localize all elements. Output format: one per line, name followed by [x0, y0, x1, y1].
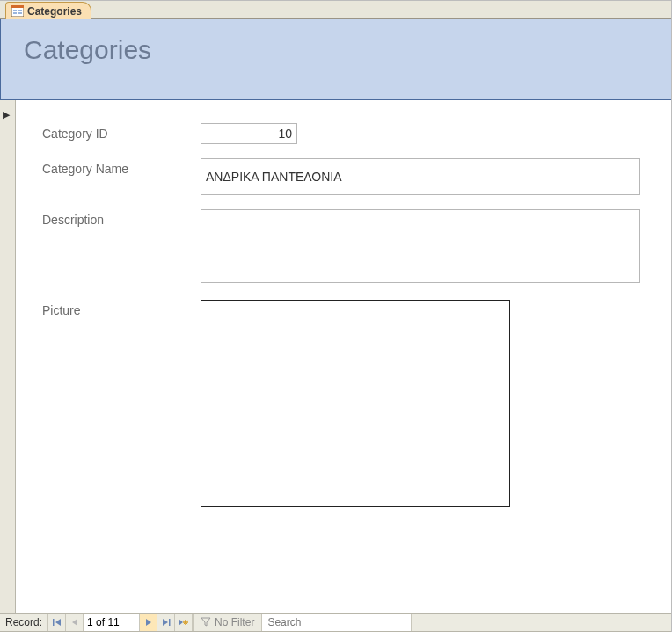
- record-area: ▶ Category ID Category Name Description …: [0, 100, 671, 613]
- page-title: Categories: [24, 35, 671, 65]
- new-record-button[interactable]: [175, 614, 193, 631]
- record-navigation-bar: Record: No Filter: [0, 613, 671, 632]
- svg-rect-2: [13, 10, 17, 11]
- filter-icon: [201, 616, 211, 629]
- form-icon: [11, 5, 24, 17]
- form-header: Categories: [0, 19, 671, 100]
- last-record-button[interactable]: [157, 614, 175, 631]
- next-record-button[interactable]: [140, 614, 157, 631]
- svg-rect-3: [18, 10, 22, 11]
- svg-rect-4: [13, 12, 17, 14]
- svg-marker-8: [72, 619, 77, 626]
- svg-marker-17: [201, 618, 210, 626]
- record-label: Record:: [0, 614, 48, 631]
- label-picture: Picture: [42, 300, 201, 317]
- tab-bar: Categories: [0, 0, 671, 19]
- previous-record-button[interactable]: [66, 614, 84, 631]
- current-record-pointer-icon: ▶: [3, 109, 10, 120]
- category-name-field[interactable]: [201, 158, 640, 195]
- svg-rect-11: [169, 619, 171, 626]
- filter-label: No Filter: [215, 616, 254, 628]
- category-id-field[interactable]: [201, 123, 297, 144]
- label-description: Description: [42, 209, 201, 227]
- tab-label: Categories: [27, 5, 82, 18]
- svg-rect-5: [18, 12, 22, 14]
- svg-marker-12: [179, 619, 183, 626]
- svg-marker-7: [55, 619, 61, 626]
- svg-marker-9: [146, 619, 151, 626]
- filter-indicator[interactable]: No Filter: [193, 614, 262, 631]
- first-record-button[interactable]: [48, 614, 66, 631]
- svg-rect-1: [11, 5, 24, 8]
- label-category-id: Category ID: [42, 123, 201, 141]
- record-selector[interactable]: ▶: [0, 100, 16, 613]
- svg-rect-6: [53, 619, 55, 626]
- tab-categories[interactable]: Categories: [5, 2, 91, 19]
- description-field[interactable]: [201, 209, 640, 283]
- picture-field[interactable]: [201, 300, 510, 507]
- form-body: Category ID Category Name Description Pi…: [16, 100, 671, 613]
- search-input[interactable]: [262, 614, 412, 631]
- label-category-name: Category Name: [42, 158, 201, 176]
- svg-marker-10: [163, 619, 168, 626]
- record-position-field[interactable]: [84, 614, 140, 631]
